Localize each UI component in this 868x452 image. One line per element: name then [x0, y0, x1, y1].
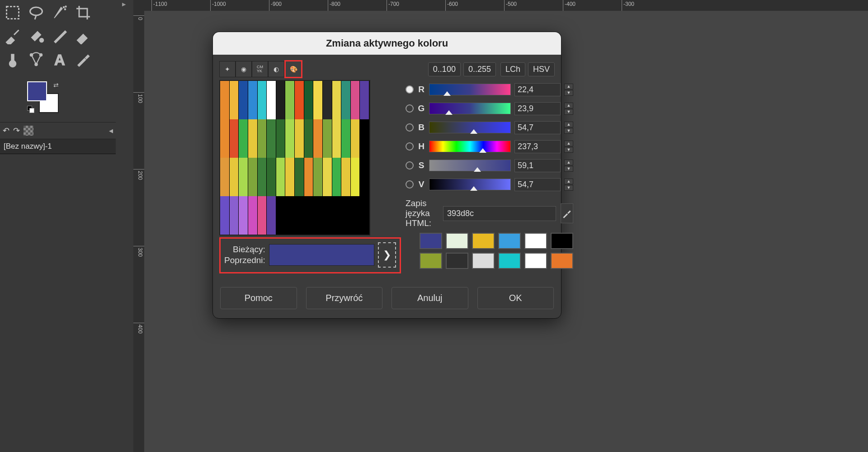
- palette-swatch[interactable]: [341, 158, 351, 196]
- spinner-h[interactable]: ▲▼: [564, 141, 573, 153]
- palette-swatch[interactable]: [230, 81, 239, 119]
- eyedropper-button[interactable]: [561, 203, 573, 223]
- palette-swatch[interactable]: [258, 196, 267, 235]
- value-s[interactable]: 59,1: [514, 159, 561, 172]
- palette-swatch[interactable]: [239, 119, 248, 158]
- palette-swatch[interactable]: [332, 196, 342, 235]
- palette-swatch[interactable]: [332, 81, 342, 119]
- transform-tool[interactable]: [2, 25, 24, 47]
- palette-swatch[interactable]: [360, 158, 369, 196]
- radio-s[interactable]: [406, 161, 414, 170]
- mode-cmyk-icon[interactable]: CMYK: [252, 61, 268, 77]
- palette-swatch[interactable]: [360, 81, 369, 119]
- palette-swatch[interactable]: [276, 119, 286, 158]
- palette-swatch[interactable]: [341, 119, 351, 158]
- recent-swatch[interactable]: [472, 233, 495, 249]
- palette-swatch[interactable]: [248, 158, 258, 196]
- mode-wheel-icon[interactable]: ◉: [236, 61, 252, 77]
- palette-swatch[interactable]: [295, 119, 304, 158]
- add-to-history-button[interactable]: ❯: [378, 242, 396, 268]
- spinner-s[interactable]: ▲▼: [564, 160, 573, 172]
- color-picker-tool[interactable]: [72, 49, 94, 71]
- palette-swatch[interactable]: [332, 158, 342, 196]
- palette-swatch[interactable]: [276, 158, 286, 196]
- palette-swatch[interactable]: [351, 196, 360, 235]
- palette-swatch[interactable]: [239, 81, 248, 119]
- dock-menu-icon[interactable]: ◂: [109, 126, 113, 136]
- radio-r[interactable]: [406, 85, 414, 94]
- mode-triangle-icon[interactable]: ◐: [268, 61, 284, 77]
- fg-bg-colors[interactable]: ⇄: [27, 81, 59, 113]
- palette-swatch[interactable]: [248, 81, 258, 119]
- value-g[interactable]: 23,9: [514, 102, 561, 115]
- palette-swatch[interactable]: [304, 158, 314, 196]
- undo-icon[interactable]: ↶: [3, 126, 9, 136]
- palette-swatch[interactable]: [258, 81, 267, 119]
- ok-button[interactable]: OK: [477, 287, 554, 309]
- fg-color-swatch[interactable]: [27, 81, 47, 101]
- radio-v[interactable]: [406, 180, 414, 188]
- palette-swatch[interactable]: [276, 196, 286, 235]
- spinner-g[interactable]: ▲▼: [564, 103, 573, 115]
- text-tool[interactable]: A: [49, 49, 71, 71]
- palette-swatch[interactable]: [248, 119, 258, 158]
- free-select-tool[interactable]: [25, 2, 47, 24]
- palette-swatch[interactable]: [304, 196, 314, 235]
- value-v[interactable]: 54,7: [514, 178, 561, 191]
- palette-swatch[interactable]: [267, 119, 276, 158]
- recent-swatch[interactable]: [472, 253, 495, 269]
- slider-v[interactable]: [429, 179, 511, 190]
- swap-colors-icon[interactable]: ⇄: [53, 81, 59, 89]
- palette-swatch[interactable]: [332, 119, 342, 158]
- palette-swatch[interactable]: [304, 81, 314, 119]
- recent-swatch[interactable]: [524, 233, 547, 249]
- recent-swatch[interactable]: [420, 253, 442, 269]
- palette-swatch[interactable]: [239, 196, 248, 235]
- palette-swatch[interactable]: [267, 81, 276, 119]
- slider-b[interactable]: [429, 122, 511, 133]
- recent-swatch[interactable]: [420, 233, 442, 249]
- slider-s[interactable]: [429, 160, 511, 171]
- rect-select-tool[interactable]: [2, 2, 24, 24]
- range-0-255-button[interactable]: 0..255: [463, 62, 496, 76]
- recent-swatch[interactable]: [551, 233, 573, 249]
- palette-swatch[interactable]: [313, 158, 323, 196]
- palette-swatch[interactable]: [258, 158, 267, 196]
- model-lch-button[interactable]: LCh: [500, 62, 525, 76]
- palette-swatch[interactable]: [341, 196, 351, 235]
- palette-swatch[interactable]: [351, 119, 360, 158]
- value-h[interactable]: 237,3: [514, 140, 561, 153]
- recent-swatch[interactable]: [524, 253, 547, 269]
- palette-swatch[interactable]: [267, 196, 276, 235]
- slider-h[interactable]: [429, 141, 511, 152]
- palette-swatch[interactable]: [230, 158, 239, 196]
- palette-swatch[interactable]: [285, 81, 295, 119]
- mode-palette-icon[interactable]: 🎨: [284, 60, 302, 78]
- html-notation-input[interactable]: [443, 206, 556, 221]
- recent-swatch[interactable]: [551, 253, 573, 269]
- palette-swatch[interactable]: [267, 158, 276, 196]
- redo-icon[interactable]: ↷: [13, 126, 20, 136]
- slider-g[interactable]: [429, 103, 511, 114]
- channels-tab-icon[interactable]: [24, 126, 33, 136]
- palette-swatch[interactable]: [276, 81, 286, 119]
- palette-swatch[interactable]: [360, 119, 369, 158]
- model-hsv-button[interactable]: HSV: [528, 62, 555, 76]
- palette-swatch[interactable]: [220, 196, 230, 235]
- palette-swatch[interactable]: [220, 119, 230, 158]
- palette-swatch[interactable]: [351, 81, 360, 119]
- clone-tool[interactable]: [2, 49, 24, 71]
- palette-swatch[interactable]: [220, 81, 230, 119]
- value-b[interactable]: 54,7: [514, 121, 561, 134]
- value-r[interactable]: 22,4: [514, 83, 561, 96]
- palette-swatch[interactable]: [313, 119, 323, 158]
- paintbrush-tool[interactable]: [49, 25, 71, 47]
- palette-swatch[interactable]: [323, 196, 332, 235]
- palette-swatch[interactable]: [285, 196, 295, 235]
- color-palette[interactable]: [219, 80, 370, 235]
- palette-swatch[interactable]: [295, 158, 304, 196]
- cancel-button[interactable]: Anuluj: [392, 287, 468, 309]
- palette-swatch[interactable]: [304, 119, 314, 158]
- radio-g[interactable]: [406, 104, 414, 113]
- spinner-v[interactable]: ▲▼: [564, 179, 573, 191]
